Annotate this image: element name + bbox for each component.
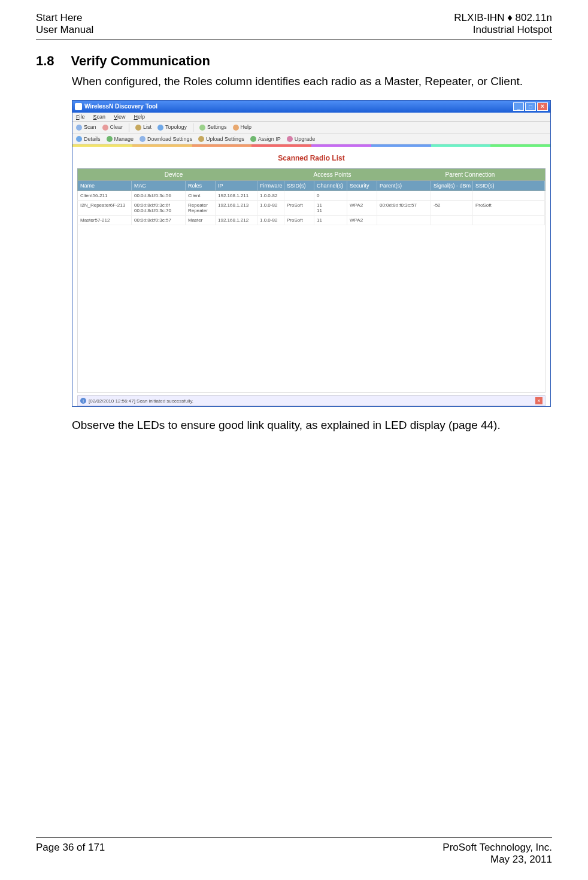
titlebar[interactable]: WirelessN Discovery Tool _ □ × bbox=[72, 101, 550, 113]
cell-ssid: ProSoft bbox=[284, 201, 314, 215]
col-firmware[interactable]: Firmware bbox=[257, 181, 284, 190]
col-name[interactable]: Name bbox=[78, 181, 132, 190]
column-header-row: Name MAC Roles IP Firmware SSID(s) Chann… bbox=[77, 180, 545, 191]
col-ip[interactable]: IP bbox=[216, 181, 257, 190]
status-close-button[interactable]: × bbox=[535, 397, 542, 404]
page-header: Start Here User Manual RLXIB-IHN ♦ 802.1… bbox=[36, 12, 552, 40]
statusbar: i [02/02/2010 12:56:47] Scan initiated s… bbox=[77, 395, 545, 406]
section-number: 1.8 bbox=[36, 53, 54, 69]
page-footer: Page 36 of 171 ProSoft Technology, Inc. … bbox=[36, 837, 552, 866]
paragraph-1: When configured, the Roles column identi… bbox=[72, 74, 552, 89]
cell-ssid2 bbox=[473, 216, 545, 225]
footer-left: Page 36 of 171 bbox=[36, 842, 105, 866]
window-title: WirelessN Discovery Tool bbox=[84, 103, 157, 110]
cell-par bbox=[377, 216, 431, 225]
cell-sec bbox=[347, 191, 377, 200]
menubar[interactable]: File Scan View Help bbox=[72, 113, 550, 122]
header-right-2: Industrial Hotspot bbox=[454, 24, 552, 36]
cell-fw: 1.0.0-82 bbox=[257, 191, 284, 200]
cell-name: I2N_Repeater6F-213 bbox=[78, 201, 132, 215]
settings-icon bbox=[199, 125, 205, 131]
download-settings-button[interactable]: Download Settings bbox=[140, 136, 192, 143]
table-row[interactable]: I2N_Repeater6F-21300:0d:8d:f0:3c:6f 00:0… bbox=[77, 201, 545, 216]
cell-ip: 192.168.1.212 bbox=[216, 216, 257, 225]
help-icon bbox=[233, 125, 239, 131]
download-icon bbox=[140, 136, 146, 142]
col-ssid2[interactable]: SSID(s) bbox=[473, 181, 545, 190]
toolbar-secondary: Details Manage Download Settings Upload … bbox=[72, 134, 550, 145]
col-parent[interactable]: Parent(s) bbox=[377, 181, 431, 190]
upload-settings-button[interactable]: Upload Settings bbox=[198, 136, 244, 143]
app-icon bbox=[75, 103, 82, 110]
maximize-button[interactable]: □ bbox=[525, 102, 536, 111]
cell-ssid2: ProSoft bbox=[473, 201, 545, 215]
close-button[interactable]: × bbox=[537, 102, 548, 111]
upload-icon bbox=[198, 136, 204, 142]
menu-help[interactable]: Help bbox=[134, 114, 145, 120]
group-access-points: Access Points bbox=[269, 169, 395, 180]
clear-button[interactable]: Clear bbox=[102, 124, 123, 131]
cell-ip: 192.168.1.211 bbox=[216, 191, 257, 200]
cell-mac: 00:0d:8d:f0:3c:6f 00:0d:8d:f0:3c:70 bbox=[132, 201, 186, 215]
scanned-list-title: Scanned Radio List bbox=[77, 154, 545, 162]
col-mac[interactable]: MAC bbox=[132, 181, 186, 190]
menu-view[interactable]: View bbox=[114, 114, 125, 120]
paragraph-2: Observe the LEDs to ensure good link qua… bbox=[72, 418, 552, 433]
header-right-1: RLXIB-IHN ♦ 802.11n bbox=[454, 12, 552, 24]
topology-button[interactable]: Topology bbox=[157, 124, 187, 131]
cell-sig bbox=[431, 216, 473, 225]
color-strip bbox=[72, 144, 550, 147]
cell-par: 00:0d:8d:f0:3c:57 bbox=[377, 201, 431, 215]
clear-icon bbox=[102, 125, 108, 131]
col-security[interactable]: Security bbox=[347, 181, 377, 190]
cell-sig bbox=[431, 191, 473, 200]
cell-roles: Repeater Repeater bbox=[186, 201, 216, 215]
table-body: Client56-21100:0d:8d:f0:3c:56Client192.1… bbox=[77, 191, 545, 225]
col-roles[interactable]: Roles bbox=[186, 181, 216, 190]
upgrade-button[interactable]: Upgrade bbox=[287, 136, 316, 143]
group-header-row: Device Access Points Parent Connection bbox=[77, 168, 545, 180]
cell-par bbox=[377, 191, 431, 200]
cell-ch: 11 11 bbox=[314, 201, 347, 215]
list-icon bbox=[135, 125, 141, 131]
cell-fw: 1.0.0-82 bbox=[257, 216, 284, 225]
menu-file[interactable]: File bbox=[76, 114, 85, 120]
details-button[interactable]: Details bbox=[76, 136, 101, 143]
cell-roles: Client bbox=[186, 191, 216, 200]
cell-sec: WPA2 bbox=[347, 201, 377, 215]
col-signal[interactable]: Signal(s) - dBm bbox=[431, 181, 473, 190]
table-row[interactable]: Client56-21100:0d:8d:f0:3c:56Client192.1… bbox=[77, 191, 545, 201]
col-ssid[interactable]: SSID(s) bbox=[284, 181, 314, 190]
header-left-2: User Manual bbox=[36, 24, 93, 36]
cell-ch: 0 bbox=[314, 191, 347, 200]
col-channel[interactable]: Channel(s) bbox=[314, 181, 347, 190]
info-icon: i bbox=[80, 398, 86, 404]
section-title: Verify Communication bbox=[71, 53, 210, 69]
footer-right-1: ProSoft Technology, Inc. bbox=[442, 842, 552, 854]
group-parent-connection: Parent Connection bbox=[395, 169, 545, 180]
app-window: WirelessN Discovery Tool _ □ × File Scan… bbox=[72, 100, 551, 407]
table-row[interactable]: Master57-21200:0d:8d:f0:3c:57Master192.1… bbox=[77, 216, 545, 225]
assign-ip-button[interactable]: Assign IP bbox=[250, 136, 281, 143]
cell-fw: 1.0.0-82 bbox=[257, 201, 284, 215]
settings-button[interactable]: Settings bbox=[199, 124, 227, 131]
cell-ch: 11 bbox=[314, 216, 347, 225]
upgrade-icon bbox=[287, 136, 293, 142]
status-text: [02/02/2010 12:56:47] Scan initiated suc… bbox=[89, 398, 193, 404]
cell-ssid bbox=[284, 191, 314, 200]
screenshot-figure: WirelessN Discovery Tool _ □ × File Scan… bbox=[72, 100, 551, 407]
help-button[interactable]: Help bbox=[233, 124, 252, 131]
list-button[interactable]: List bbox=[135, 124, 151, 131]
cell-ssid: ProSoft bbox=[284, 216, 314, 225]
cell-roles: Master bbox=[186, 216, 216, 225]
manage-button[interactable]: Manage bbox=[107, 136, 134, 143]
cell-mac: 00:0d:8d:f0:3c:56 bbox=[132, 191, 186, 200]
assign-ip-icon bbox=[250, 136, 256, 142]
footer-right-2: May 23, 2011 bbox=[442, 854, 552, 866]
menu-scan[interactable]: Scan bbox=[93, 114, 106, 120]
section-heading: 1.8 Verify Communication bbox=[36, 53, 552, 69]
table-empty-space bbox=[77, 225, 545, 393]
minimize-button[interactable]: _ bbox=[513, 102, 524, 111]
group-device: Device bbox=[78, 169, 269, 180]
scan-button[interactable]: Scan bbox=[76, 124, 96, 131]
